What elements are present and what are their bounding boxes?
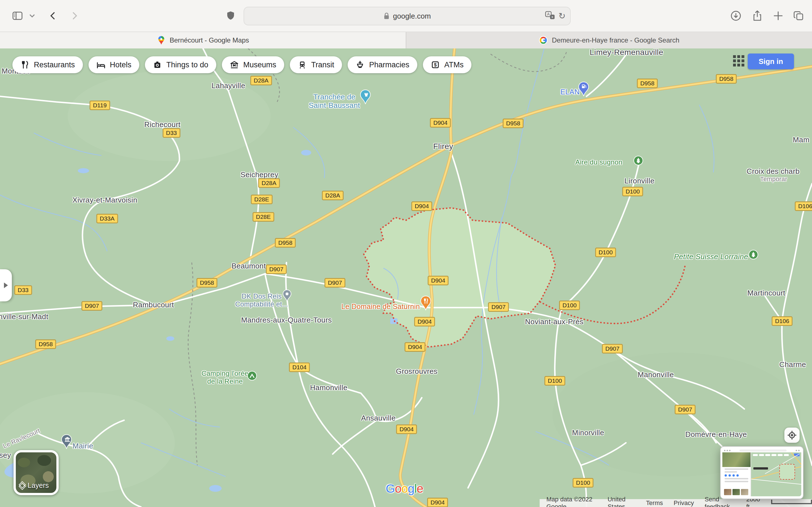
town-label-martincourt: Martincourt (748, 289, 785, 297)
road-badge-d28a: D28A (258, 178, 280, 188)
layers-button[interactable]: Layers (13, 450, 59, 495)
poi-label-mairie[interactable]: Mairie (72, 442, 93, 450)
town-label-lahayville: Lahayville (211, 81, 245, 90)
road-badge-d100: D100 (573, 478, 594, 488)
new-tab-button[interactable] (769, 6, 788, 25)
google-logo-letter: g (408, 482, 414, 495)
road-badge-d958: D958 (503, 119, 523, 128)
pharmacies-icon (356, 60, 364, 69)
chip-museums[interactable]: Museums (222, 56, 284, 73)
chip-things-to-do[interactable]: Things to do (145, 56, 216, 73)
chip-restaurants[interactable]: Restaurants (12, 56, 83, 73)
map-canvas[interactable]: Limey-RemenauvilleMontsecLahayvilleRiche… (0, 48, 812, 507)
fuel-pin[interactable] (578, 82, 589, 99)
poi-label-petite-suisse-lorraine[interactable]: Petite Suisse Lorraine (674, 252, 748, 261)
svg-text:x: x (552, 15, 553, 19)
tab-overview-button[interactable] (789, 6, 808, 25)
road-badge-d958: D958 (716, 74, 737, 83)
downloads-button[interactable] (726, 6, 746, 25)
poi-label-elan[interactable]: ELAN (560, 88, 580, 96)
chip-label: Hotels (110, 61, 132, 69)
privacy-shield-icon[interactable] (221, 6, 240, 25)
tent-pin[interactable] (247, 371, 257, 383)
expand-side-panel-button[interactable] (0, 269, 12, 301)
poi-label-camping-l-or-e[interactable]: Camping l'oréede la Reine (202, 370, 248, 385)
road-badge-d106: D106 (772, 316, 793, 326)
preview-mini-toolbar (722, 448, 801, 452)
road-badge-d958: D958 (275, 238, 296, 247)
town-label-flirey: Flirey (434, 142, 453, 151)
chip-label: Museums (243, 61, 276, 69)
back-button[interactable] (43, 6, 62, 25)
chip-label: Pharmacies (369, 61, 409, 69)
town-label-minorville: Minorville (572, 429, 604, 437)
road-badge-d28e: D28E (253, 212, 274, 222)
bernecourt-highlight-polygon (364, 208, 555, 347)
town-label-croix-des-charb: Croix des charb (747, 167, 800, 176)
atms-icon: $ (431, 60, 440, 69)
toolbar-chevron-down-icon[interactable] (27, 6, 37, 25)
poi-label-aire-du-sugnon[interactable]: Aire du sugnon (575, 158, 622, 166)
town-label-mam: Mam (793, 135, 809, 144)
town-label-seicheprey: Seicheprey (241, 170, 278, 179)
town-label-ansauville: Ansauville (361, 414, 396, 422)
poi-label-le-domaine-de-saturnin[interactable]: Le Domaine de Saturnin (342, 302, 420, 311)
google-maps-pin-icon (157, 36, 166, 45)
chip-label: Restaurants (34, 61, 75, 69)
road-badge-d100: D100 (545, 376, 565, 386)
terms-link[interactable]: Terms (646, 499, 663, 507)
translate-icon[interactable]: A x (545, 11, 555, 22)
right-arrow-icon (4, 283, 8, 288)
road-badge-d100: D100 (559, 300, 580, 310)
road-badge-d904: D904 (428, 276, 449, 285)
restaurant-pin[interactable] (420, 296, 431, 313)
road-badge-d907: D907 (488, 302, 509, 312)
tab-bar: Bernécourt - Google Maps Demeure-en-Haye… (0, 32, 812, 49)
layers-label: Layers (28, 482, 49, 490)
chip-label: Transit (311, 61, 335, 69)
url-field[interactable]: google.com A x ↻ (244, 7, 571, 25)
town-label-dom-vre-en-haye: Domèvre-en-Haye (686, 430, 747, 439)
road-badge-d904: D904 (430, 118, 451, 128)
monument-pin[interactable] (360, 90, 371, 107)
town-label-limey-remenauville: Limey-Remenauville (590, 48, 663, 57)
google-apps-grid-icon[interactable] (733, 55, 744, 66)
tab-bernecourt-google-maps[interactable]: Bernécourt - Google Maps (0, 32, 406, 48)
poi-label-dk-dos-reis[interactable]: DK Dos ReisComptabilité et... (235, 292, 288, 308)
tree-pin[interactable] (749, 250, 758, 262)
reload-icon[interactable]: ↻ (559, 12, 566, 20)
road-badge-d958: D958 (35, 339, 56, 349)
generic-dot-pin[interactable] (283, 290, 292, 304)
sidebar-toggle-icon[interactable] (8, 6, 27, 25)
my-location-button[interactable] (784, 428, 800, 443)
map-attribution-bar: Map data ©2022 Google United States Term… (540, 499, 812, 507)
chip-transit[interactable]: Transit (290, 56, 342, 73)
chip-label: ATMs (444, 61, 464, 69)
privacy-link[interactable]: Privacy (673, 499, 694, 507)
chip-pharmacies[interactable]: Pharmacies (348, 56, 417, 73)
tree-pin[interactable] (633, 156, 643, 168)
road-badge-d904: D904 (427, 498, 448, 507)
road-badge-d904: D904 (414, 317, 435, 327)
share-button[interactable] (748, 6, 767, 25)
town-label-richecourt: Richecourt (144, 120, 181, 129)
url-text: google.com (393, 12, 431, 20)
townhall-pin[interactable] (61, 434, 72, 451)
town-label-lironville: Lironville (624, 177, 655, 185)
town-label-onville-sur-madt: onville-sur-Madt (0, 313, 48, 321)
road-badge-d33: D33 (163, 128, 181, 138)
tab-demeure-en-haye-search[interactable]: Demeure-en-Haye france - Google Search (406, 32, 812, 48)
chip-atms[interactable]: $ATMs (423, 56, 472, 73)
town-label-beaumont: Beaumont (232, 262, 266, 270)
sign-in-button[interactable]: Sign in (748, 54, 794, 69)
poi-label-tranch-e-de[interactable]: Tranchée deSaint-Baussant (309, 93, 360, 110)
town-label-ssey: ssey (0, 451, 11, 460)
map-data-text: Map data ©2022 Google (546, 496, 597, 507)
screenshot-preview-thumbnail[interactable] (720, 446, 804, 499)
poi-label-temporar[interactable]: Temporar (760, 175, 787, 182)
forward-button[interactable] (65, 6, 85, 25)
chip-hotels[interactable]: Hotels (89, 56, 140, 73)
road-badge-d104: D104 (289, 362, 310, 372)
google-logo-letter: o (395, 482, 401, 495)
road-badge-d904: D904 (411, 202, 432, 211)
